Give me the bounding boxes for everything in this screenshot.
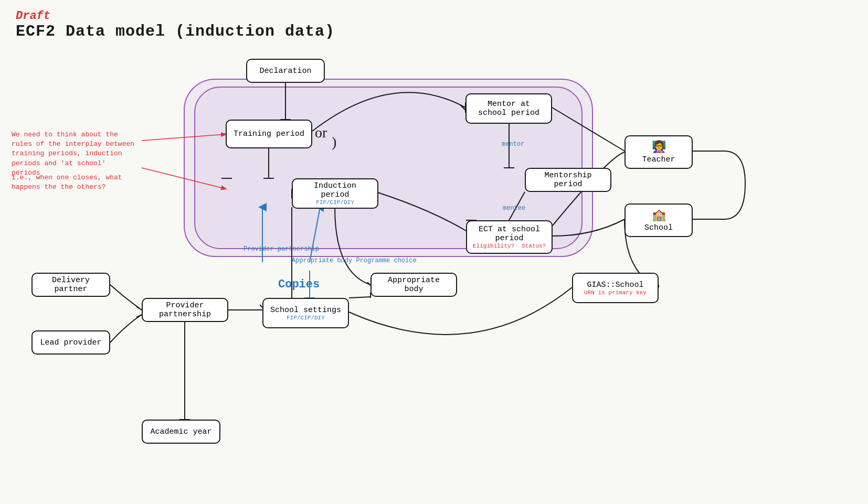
mentor-at-school-node: Mentor at school period — [465, 93, 552, 124]
training-period-label: Training period — [234, 130, 304, 138]
school-label: School — [644, 223, 673, 232]
declaration-label: Declaration — [259, 67, 311, 76]
provider-partnership-node: Provider partnership — [142, 298, 228, 322]
lead-provider-node: Lead provider — [31, 330, 110, 355]
provider-partnership-annotation: Provider partnership — [244, 245, 319, 254]
ect-status: Status? — [522, 243, 546, 249]
school-settings-sub: FIP/CIP/DIY — [287, 315, 325, 321]
delivery-partner-label: Delivery partner — [38, 276, 104, 294]
school-icon: 🏫 — [652, 208, 666, 222]
teacher-node: 👩‍🏫 Teacher — [624, 135, 693, 169]
ect-at-school-label: ECT at school period — [472, 225, 546, 243]
title-area: Draft ECF2 Data model (induction data) — [16, 9, 335, 40]
ect-eligibility: Eligibility? — [473, 243, 514, 249]
delivery-partner-node: Delivery partner — [31, 273, 110, 297]
declaration-node: Declaration — [246, 59, 325, 83]
induction-period-sub: FIP/CIP/DIY — [316, 199, 354, 206]
annotation-note2: i.e., when one closes, what happens the … — [12, 173, 137, 192]
lead-provider-label: Lead provider — [40, 338, 101, 347]
gias-school-sub: URN is primary key — [584, 289, 647, 296]
mentorship-period-label: Mentorship period — [531, 171, 605, 189]
svg-line-24 — [136, 307, 142, 310]
provider-partnership-label: Provider partnership — [148, 301, 222, 319]
svg-line-16 — [349, 297, 371, 298]
ect-at-school-node: ECT at school period Eligibility? Status… — [466, 220, 553, 254]
appropriate-body-node: Appropriate body — [371, 273, 457, 297]
svg-line-25 — [136, 315, 142, 317]
main-title: ECF2 Data model (induction data) — [16, 23, 335, 40]
academic-year-label: Academic year — [150, 427, 211, 436]
draft-label: Draft — [16, 9, 335, 23]
gias-school-label: GIAS::School — [587, 281, 643, 289]
mentor-at-school-label: Mentor at school period — [472, 100, 546, 117]
induction-period-label: Induction period — [298, 181, 372, 199]
school-settings-label: School settings — [270, 306, 341, 315]
mentee-annotation: mentee — [503, 205, 525, 213]
gias-school-node: GIAS::School URN is primary key — [572, 273, 659, 303]
annotation-note1: We need to think about the rules of the … — [12, 130, 137, 178]
mentor-annotation: mentor — [502, 141, 524, 149]
teacher-label: Teacher — [642, 155, 675, 164]
appropriate-body-annotation: Appropriate body Programme choice — [292, 257, 417, 265]
copies-label: Copies — [278, 278, 320, 291]
mentorship-period-node: Mentorship period — [525, 168, 611, 192]
school-settings-node: School settings FIP/CIP/DIY — [262, 298, 349, 328]
teacher-icon: 👩‍🏫 — [652, 140, 666, 154]
training-period-node: Training period — [226, 120, 312, 148]
academic-year-node: Academic year — [142, 420, 220, 444]
induction-period-node: Induction period FIP/CIP/DIY — [292, 178, 378, 209]
school-node: 🏫 School — [624, 203, 693, 237]
appropriate-body-label: Appropriate body — [377, 276, 451, 294]
